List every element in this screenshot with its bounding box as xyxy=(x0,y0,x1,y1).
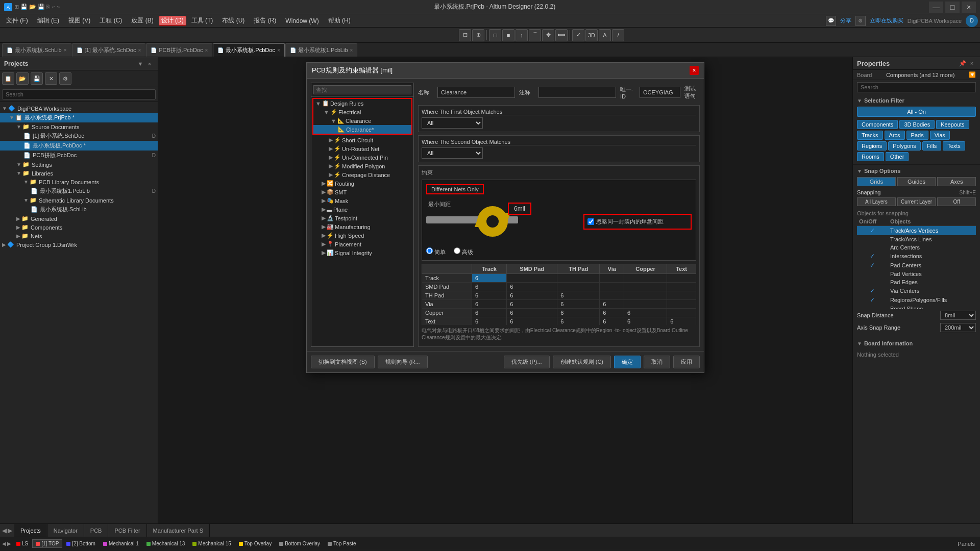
tab-pcbdoc1[interactable]: 📄 PCB拼版.PcbDoc × xyxy=(146,43,212,57)
cell-via-track[interactable]: 6 xyxy=(472,300,507,309)
project-search-input[interactable] xyxy=(2,89,156,99)
tree-arrow[interactable]: ▼ xyxy=(16,124,21,130)
dtree-arrow[interactable]: ▶ xyxy=(322,232,326,239)
cell-th-track[interactable]: 6 xyxy=(472,291,507,300)
dtree-short-circuit[interactable]: ▶ ⚡ Short-Circuit xyxy=(311,136,413,144)
cell-copper-smd[interactable]: 6 xyxy=(507,309,557,317)
tab-close-schlib[interactable]: × xyxy=(64,47,67,53)
cell-smd-th[interactable] xyxy=(557,283,600,291)
cell-via-smd[interactable]: 6 xyxy=(507,300,557,309)
cell-via-copper[interactable] xyxy=(624,300,667,309)
cell-smd-text[interactable] xyxy=(667,283,696,291)
panel-close-button[interactable]: × xyxy=(145,60,154,68)
tab-pcblib[interactable]: 📄 最小系统板1.PcbLib × xyxy=(285,43,358,57)
tree-generated[interactable]: ▶ 📁 Generated xyxy=(0,214,158,223)
filter-texts[interactable]: Texts xyxy=(943,141,965,151)
dtree-testpoint[interactable]: ▶ 🔬 Testpoint xyxy=(311,214,413,222)
priority-button[interactable]: 优先级 (P)... xyxy=(504,356,550,368)
cell-track-via[interactable] xyxy=(600,274,624,283)
right-search-input[interactable] xyxy=(857,82,976,92)
dtree-arrow[interactable]: ▶ xyxy=(322,189,326,195)
buy-button[interactable]: 立即在线购买 xyxy=(870,17,903,24)
second-match-dropdown[interactable]: All xyxy=(422,147,483,159)
tree-components[interactable]: ▶ 📁 Components xyxy=(0,223,158,232)
new-project-icon[interactable]: 📋 xyxy=(2,72,14,85)
menu-route[interactable]: 布线 (U) xyxy=(218,15,249,26)
dtree-arrow[interactable]: ▶ xyxy=(322,249,326,256)
filter-polygons[interactable]: Polygons xyxy=(888,141,920,151)
grids-button[interactable]: Grids xyxy=(857,177,896,186)
dtree-arrow[interactable]: ▶ xyxy=(329,163,333,169)
cell-text-copper[interactable]: 6 xyxy=(624,317,667,325)
dtree-routing[interactable]: ▶ 🔀 Routing xyxy=(311,179,413,188)
prev-tab-btn[interactable]: ◀ xyxy=(2,527,7,534)
cell-copper-th[interactable]: 6 xyxy=(557,309,600,317)
simple-radio-label[interactable]: 简单 xyxy=(426,247,446,256)
snap-item-board-shape[interactable]: Board Shape xyxy=(857,305,976,309)
dtree-clearance-star[interactable]: 📐 Clearance* xyxy=(313,125,411,134)
tab-close-pcblib[interactable]: × xyxy=(350,47,353,53)
tree-source-docs[interactable]: ▼ 📁 Source Documents xyxy=(0,122,158,131)
filter-regions[interactable]: Regions xyxy=(857,141,887,151)
arrow-icon[interactable]: ↑ xyxy=(516,29,528,41)
cell-smd-track[interactable]: 6 xyxy=(472,283,507,291)
cell-th-via[interactable] xyxy=(600,291,624,300)
rect-icon[interactable]: □ xyxy=(489,29,501,41)
dtree-arrow[interactable]: ▶ xyxy=(329,171,333,178)
menu-report[interactable]: 报告 (R) xyxy=(250,15,280,26)
advanced-radio[interactable] xyxy=(454,247,460,254)
layer-tab-mech13[interactable]: Mechanical 13 xyxy=(143,539,188,548)
minimize-button[interactable]: — xyxy=(929,2,943,13)
snap-item-pad-centers[interactable]: ✓ Pad Centers xyxy=(857,261,976,270)
menu-design[interactable]: 设计 (D) xyxy=(159,16,186,26)
cell-via-text[interactable] xyxy=(667,300,696,309)
dtree-creepage[interactable]: ▶ ⚡ Creepage Distance xyxy=(311,170,413,179)
dtree-arrow[interactable]: ▶ xyxy=(322,180,326,187)
cell-via-th[interactable]: 6 xyxy=(557,300,600,309)
dtree-modified-polygon[interactable]: ▶ ⚡ Modified Polygon xyxy=(311,162,413,170)
avatar[interactable]: D xyxy=(966,15,978,27)
dtree-arrow[interactable]: ▶ xyxy=(322,241,326,247)
properties-close-button[interactable]: × xyxy=(968,59,976,67)
tree-nets[interactable]: ▶ 📁 Nets xyxy=(0,232,158,240)
cell-track-th[interactable] xyxy=(557,274,600,283)
share-button[interactable]: 分享 xyxy=(840,17,851,24)
axis-snap-select[interactable]: 200mil xyxy=(940,323,976,332)
tree-arrow[interactable]: ▼ xyxy=(23,197,29,203)
bottom-tab-navigator[interactable]: Navigator xyxy=(47,524,84,537)
open-icon[interactable]: 📂 xyxy=(16,72,29,85)
tree-schlib[interactable]: 📄 最小系统板.SchLib xyxy=(0,205,158,214)
properties-pin-button[interactable]: 📌 xyxy=(959,59,967,67)
ignore-pad-checkbox[interactable] xyxy=(587,218,594,225)
tree-pcblib1[interactable]: 📄 最小系统板1.PcbLib D xyxy=(0,186,158,196)
tab-schdoc[interactable]: 📄 [1] 最小系统.SchDoc × xyxy=(72,43,146,57)
tree-workspace[interactable]: ▼ 🔷 DigiPCBA Workspace xyxy=(0,104,158,113)
layer-tab-mech1[interactable]: Mechanical 1 xyxy=(100,539,142,548)
panel-options-button[interactable]: ▼ xyxy=(136,60,144,68)
dtree-clearance[interactable]: ▼ 📐 Clearance xyxy=(313,116,411,125)
measure-icon[interactable]: ⟺ xyxy=(555,29,568,41)
cell-th-copper[interactable] xyxy=(624,291,667,300)
filter-pads[interactable]: Pads xyxy=(906,131,928,140)
dtree-arrow[interactable]: ▶ xyxy=(322,206,326,213)
dtree-arrow[interactable]: ▶ xyxy=(329,137,333,143)
layer-tab-top-paste[interactable]: Top Paste xyxy=(324,539,359,548)
cell-via-via[interactable]: 6 xyxy=(600,300,624,309)
menu-tools[interactable]: 工具 (T) xyxy=(187,15,217,26)
snap-item-intersections[interactable]: ✓ Intersections xyxy=(857,252,976,261)
cell-track-copper[interactable] xyxy=(624,274,667,283)
cell-copper-copper[interactable]: 6 xyxy=(624,309,667,317)
tree-pcbdoc[interactable]: 📄 最小系统板.PcbDoc * xyxy=(0,141,158,151)
dtree-smt[interactable]: ▶ 📦 SMT xyxy=(311,188,413,196)
snap-item-via-centers[interactable]: ✓ Via Centers xyxy=(857,286,976,295)
dtree-arrow[interactable]: ▼ xyxy=(331,118,336,124)
tree-settings[interactable]: ▼ 📁 Settings xyxy=(0,160,158,169)
cell-track-track[interactable]: 6 xyxy=(472,274,507,283)
close-button[interactable]: × xyxy=(962,2,976,13)
cell-track-text[interactable] xyxy=(667,274,696,283)
tab-schlib[interactable]: 📄 最小系统板.SchLib × xyxy=(2,43,71,57)
cell-text-text[interactable]: 6 xyxy=(667,317,696,325)
dtree-placement[interactable]: ▶ 📍 Placement xyxy=(311,240,413,248)
text-icon[interactable]: A xyxy=(599,29,611,41)
dtree-signal-integrity[interactable]: ▶ 📊 Signal Integrity xyxy=(311,248,413,257)
